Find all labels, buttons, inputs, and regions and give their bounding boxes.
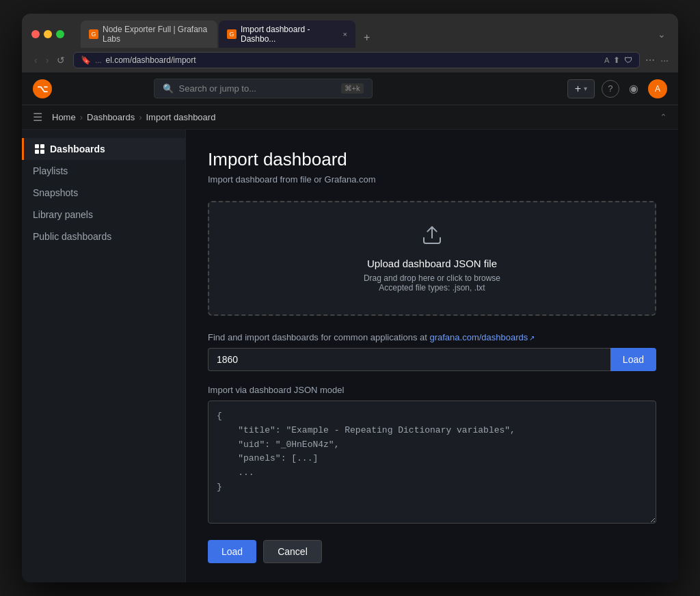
breadcrumb-sep-2: › — [139, 112, 142, 122]
playlists-label: Playlists — [33, 165, 68, 176]
json-textarea[interactable]: { "title": "Example - Repeating Dictiona… — [208, 401, 656, 524]
breadcrumb-dashboards[interactable]: Dashboards — [87, 112, 135, 122]
tab-label-1: Node Exporter Full | Grafana Labs — [103, 25, 209, 44]
browser-tabs: G Node Exporter Full | Grafana Labs G Im… — [81, 21, 644, 48]
upload-accepted-text: Accepted file types: .json, .txt — [231, 283, 633, 293]
minimize-traffic-light[interactable] — [44, 30, 52, 38]
tab-favicon-2: G — [227, 29, 237, 39]
close-traffic-light[interactable] — [31, 30, 40, 38]
avatar-char: A — [655, 84, 660, 94]
tab-close-btn[interactable]: × — [343, 30, 347, 38]
breadcrumb-bar: ☰ Home › Dashboards › Import dashboard ⌃ — [22, 105, 678, 130]
grafana-logo-char: ⌥ — [37, 83, 48, 94]
browser-tab-2[interactable]: G Import dashboard - Dashbo... × — [219, 21, 355, 48]
grafana-logo: ⌥ — [33, 79, 52, 98]
hamburger-btn[interactable]: ☰ — [33, 111, 42, 124]
bookmark-icon: 🔖 — [81, 55, 91, 65]
upload-title: Upload dashboard JSON file — [231, 258, 633, 269]
sidebar-item-library-panels[interactable]: Library panels — [22, 204, 185, 226]
maximize-traffic-light[interactable] — [56, 30, 64, 38]
browser-tab-1[interactable]: G Node Exporter Full | Grafana Labs — [81, 21, 217, 48]
upload-drag-text: Drag and drop here or click to browse — [231, 273, 633, 283]
sidebar-item-public-dashboards[interactable]: Public dashboards — [22, 226, 185, 247]
load-btn[interactable]: Load — [208, 540, 256, 563]
search-icon: 🔍 — [163, 83, 174, 94]
rss-btn[interactable]: ◉ — [626, 79, 641, 98]
browser-titlebar: G Node Exporter Full | Grafana Labs G Im… — [22, 14, 678, 48]
browser-controls: G Node Exporter Full | Grafana Labs G Im… — [31, 21, 669, 48]
json-model-section: Import via dashboard JSON model { "title… — [208, 385, 656, 526]
upload-icon — [231, 224, 633, 251]
grafana-import-section: Find and import dashboards for common ap… — [208, 332, 656, 371]
new-tab-btn[interactable]: + — [357, 27, 377, 48]
add-chevron: ▾ — [584, 85, 587, 92]
browser-toolbar: ‹ › ↺ 🔖 ... el.com/dashboard/import A ⬆ … — [22, 48, 678, 72]
add-icon: + — [575, 83, 581, 95]
url-text: el.com/dashboard/import — [106, 55, 600, 65]
public-dashboards-label: Public dashboards — [33, 231, 111, 242]
sidebar-active-label: Dashboards — [50, 144, 105, 154]
address-text: ... — [95, 56, 101, 64]
share-icon[interactable]: ⬆ — [613, 55, 620, 65]
browser-actions: ⋯ ··· — [645, 55, 669, 66]
tab-label-2: Import dashboard - Dashbo... — [241, 25, 339, 44]
sidebar-item-playlists[interactable]: Playlists — [22, 160, 185, 182]
tab-favicon-1: G — [89, 29, 98, 39]
page-title: Import dashboard — [208, 149, 656, 170]
bottom-actions: Load Cancel — [208, 540, 656, 563]
grafana-dashboards-link[interactable]: grafana.com/dashboards↗ — [429, 332, 535, 342]
translate-icon: A — [604, 56, 609, 64]
nav-buttons: ‹ › ↺ — [31, 53, 68, 67]
address-bar[interactable]: 🔖 ... el.com/dashboard/import A ⬆ 🛡 — [73, 52, 640, 68]
add-btn[interactable]: + ▾ — [567, 79, 595, 98]
search-bar[interactable]: 🔍 Search or jump to... ⌘+k — [154, 79, 373, 98]
app-header: ⌥ 🔍 Search or jump to... ⌘+k + ▾ ? ◉ A — [22, 72, 678, 105]
breadcrumb-home[interactable]: Home — [52, 112, 76, 122]
grafana-id-input[interactable] — [208, 348, 610, 371]
nav-forward-btn[interactable]: › — [43, 53, 52, 67]
search-shortcut: ⌘+k — [341, 83, 364, 94]
nav-back-btn[interactable]: ‹ — [31, 53, 40, 67]
sidebar: Dashboards Playlists Snapshots Library p… — [22, 130, 186, 582]
help-btn[interactable]: ? — [602, 80, 619, 98]
breadcrumb-collapse[interactable]: ⌃ — [660, 112, 667, 122]
ext-link-icon: ↗ — [529, 334, 535, 342]
import-label-prefix: Find and import dashboards for common ap… — [208, 332, 429, 342]
json-section-label: Import via dashboard JSON model — [208, 385, 656, 395]
sidebar-item-snapshots[interactable]: Snapshots — [22, 182, 185, 204]
header-actions: + ▾ ? ◉ A — [567, 79, 667, 98]
window-more-btn[interactable]: ⌄ — [655, 26, 669, 42]
upload-area[interactable]: Upload dashboard JSON file Drag and drop… — [208, 201, 656, 316]
main-content: Import dashboard Import dashboard from f… — [186, 130, 678, 582]
breadcrumb-current: Import dashboard — [146, 112, 215, 122]
import-label: Find and import dashboards for common ap… — [208, 332, 656, 342]
avatar[interactable]: A — [648, 79, 667, 98]
search-placeholder-text: Search or jump to... — [179, 83, 256, 94]
load-inline-btn[interactable]: Load — [610, 348, 656, 371]
main-layout: Dashboards Playlists Snapshots Library p… — [22, 130, 678, 582]
refresh-btn[interactable]: ↺ — [54, 53, 68, 67]
shield-icon: 🛡 — [624, 55, 632, 65]
library-panels-label: Library panels — [33, 209, 93, 220]
more-btn[interactable]: ··· — [660, 55, 669, 66]
import-row: Load — [208, 348, 656, 371]
breadcrumb-sep-1: › — [80, 112, 83, 122]
dashboards-icon — [35, 144, 44, 154]
traffic-lights — [31, 30, 64, 38]
app-container: ⌥ 🔍 Search or jump to... ⌘+k + ▾ ? ◉ A — [22, 72, 678, 582]
sidebar-item-dashboards[interactable]: Dashboards — [22, 138, 185, 160]
browser-window: G Node Exporter Full | Grafana Labs G Im… — [22, 14, 678, 582]
cancel-btn[interactable]: Cancel — [263, 540, 322, 563]
extensions-btn[interactable]: ⋯ — [645, 55, 655, 66]
page-subtitle: Import dashboard from file or Grafana.co… — [208, 174, 656, 185]
snapshots-label: Snapshots — [33, 187, 78, 198]
